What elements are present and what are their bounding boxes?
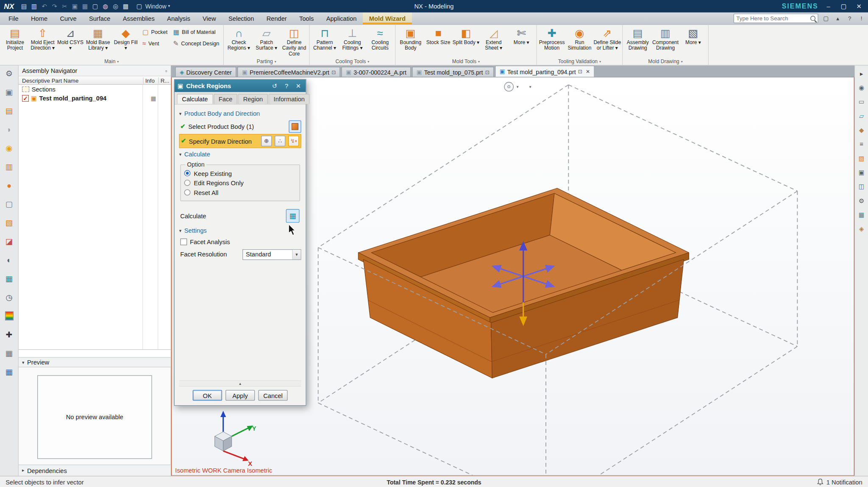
ribbon-tab-surface[interactable]: Surface [83,12,117,24]
command-finder-icon[interactable]: ◎ [111,3,120,10]
ribbon-tab-curve[interactable]: Curve [54,12,83,24]
notification-bell-icon[interactable]: ◉ [2,142,16,154]
navigator-tree[interactable]: Sections ✓ ▣ Test mold_parting_094 ▦ [19,85,171,349]
ribbon-button-mold-csys[interactable]: ⊿Mold CSYS ▾ [56,25,84,51]
machine-tool-icon[interactable]: ▤ [2,105,16,117]
copy-icon[interactable]: ▣ [71,3,79,10]
group-label-tooling-validation[interactable]: Tooling Validation▾ [538,58,621,65]
ribbon-button-define-cavity-and-core[interactable]: ◫Define Cavity and Core [280,25,308,56]
help-icon[interactable]: ? [846,14,854,22]
ribbon-button-more[interactable]: ✄More ▾ [507,25,535,45]
layers-icon[interactable]: ≡ [857,139,867,148]
minimize-ribbon-icon[interactable]: ▴ [834,14,842,22]
skeleton-icon[interactable]: ✚ [2,328,16,341]
color-bar-icon[interactable] [5,312,13,320]
dialog-close-icon[interactable]: ✕ [294,82,303,89]
ribbon-tab-application[interactable]: Application [320,12,363,24]
ribbon-button-initialize-project[interactable]: ▤Initialize Project [1,25,29,51]
ribbon-tab-analysis[interactable]: Analysis [161,12,196,24]
navigator-column-headers[interactable]: Descriptive Part Name Info R... [19,76,171,85]
dialog-reset-icon[interactable]: ↺ [270,82,279,89]
search-input[interactable] [736,15,810,22]
ribbon-tab-tools[interactable]: Tools [293,12,320,24]
doc-tab-test-mold-parting-094-prt[interactable]: ▣Test mold_parting_094.prt⊡✕ [495,66,595,77]
cancel-button[interactable]: Cancel [258,390,288,401]
specify-draw-direction-row[interactable]: ✔ Specify Draw Direction ⊕ ∴ ↯▾ [179,134,301,148]
minimize-button[interactable]: – [823,3,834,10]
reference-set-icon[interactable]: ▦ [150,95,156,102]
microphone-icon[interactable]: ◍ [101,3,110,10]
settings-gear-icon[interactable]: ⚙ [857,196,867,205]
ribbon-tab-file[interactable]: File [2,12,25,24]
facet-resolution-select[interactable]: Standard ▾ [242,249,301,259]
ribbon-button-check-regions[interactable]: ∩Check Regions ▾ [225,25,253,51]
radio-keep-existing[interactable]: Keep Existing [184,168,296,178]
chevron-down-icon[interactable]: ▾ [529,84,531,89]
restore-button[interactable]: ▢ [839,3,849,10]
ribbon-button-bounding-body[interactable]: ▣Bounding Body [397,25,424,51]
ribbon-button-cooling-fittings[interactable]: ⊥Cooling Fittings ▾ [339,25,366,51]
graphics-window[interactable]: ▾ ▾ Y X [171,78,854,476]
alerts-icon[interactable]: ! [857,14,866,22]
doc-tab-3-007-000224-a-prt[interactable]: ▣3-007-000224_A.prt [342,67,411,77]
section-calculate[interactable]: ▾ Calculate [179,149,301,160]
ribbon-button-concept-design[interactable]: ✎Concept Design [172,39,221,48]
undo-icon[interactable]: ↶ [40,3,49,10]
ribbon-button-component-drawing[interactable]: ▥Component Drawing [651,25,679,51]
ribbon-button-more[interactable]: ▧More ▾ [679,25,707,45]
dependencies-section-header[interactable]: ▸ Dependencies [19,465,171,476]
doc-tab-premierecoffeemachinev2-prt[interactable]: ▣PremiereCoffeeMachineV2.prt⊡ [237,67,340,77]
sketch-surface-icon[interactable]: ▱ [857,111,867,120]
select-body-button[interactable] [289,120,301,132]
close-tab-icon[interactable]: ✕ [586,69,590,74]
ribbon-button-design-fill[interactable]: ◆Design Fill ▾ [112,25,139,51]
orient-view-icon[interactable]: ◈ [857,224,867,233]
group-label-mold-tools[interactable]: Mold Tools▾ [397,58,535,65]
pin-icon[interactable]: ⊡ [331,69,336,75]
ribbon-tab-render[interactable]: Render [260,12,293,24]
ribbon-tab-mold-wizard[interactable]: Mold Wizard [363,12,412,24]
dialog-tab-information[interactable]: Information [269,94,310,104]
box-tool-icon[interactable]: ▥ [2,161,16,173]
new-window-icon[interactable]: ▢ [91,3,100,10]
radio-button[interactable] [184,170,191,176]
ribbon-button-patch-surface[interactable]: ▱Patch Surface ▾ [253,25,280,51]
image-frame-icon[interactable]: ▢ [2,198,16,210]
column-info[interactable]: Info [143,77,158,83]
group-label-cooling-tools[interactable]: Cooling Tools▾ [311,58,394,65]
doc-tab-discovery-center[interactable]: ◈Discovery Center [175,67,236,77]
contrast-icon[interactable]: ◐ [2,254,16,266]
search-icon[interactable] [810,16,815,21]
pin-icon[interactable]: ⊡ [578,69,582,74]
dialog-titlebar[interactable]: ▣ Check Regions ↺ ? ✕ [175,80,306,92]
ribbon-button-split-body[interactable]: ◧Split Body ▾ [452,25,480,45]
dialog-tab-calculate[interactable]: Calculate [177,94,213,104]
screen-capture-icon[interactable]: ▩ [122,3,130,10]
dialog-tab-face[interactable]: Face [214,94,238,104]
swatches-icon[interactable]: ▧ [857,154,867,163]
material-sphere-icon[interactable]: ● [2,179,16,192]
ribbon-tab-selection[interactable]: Selection [222,12,260,24]
radio-button[interactable] [184,180,191,186]
column-descriptive-part-name[interactable]: Descriptive Part Name [19,77,143,83]
panel-splitter[interactable] [19,349,171,357]
paint-tool-icon[interactable]: ◪ [2,235,16,248]
view-cube-icon[interactable]: ▣ [857,168,867,177]
select-filter-icon[interactable]: ▸ [857,69,867,78]
part-navigator-icon[interactable]: ▣ [2,86,16,98]
ribbon-button-pocket[interactable]: ▢Pocket [141,27,169,37]
display-icon[interactable]: ▦ [857,210,867,219]
facet-analysis-checkbox[interactable] [180,239,187,245]
ribbon-button-preprocess-motion[interactable]: ✚Preprocess Motion [538,25,565,51]
shell-tool-icon[interactable]: ◗ [2,123,16,136]
dialog-help-icon[interactable]: ? [282,83,291,89]
redo-icon[interactable]: ↷ [50,3,59,10]
measure-icon[interactable]: ◫ [857,182,867,191]
calculate-button[interactable]: ▦ [286,209,300,223]
grid-edit-icon[interactable]: ▦ [2,347,16,359]
dialog-collapse-strip[interactable]: ▴ [179,380,301,387]
ribbon-button-bill-of-material[interactable]: ▦Bill of Material [172,27,221,37]
close-button[interactable]: ✕ [854,3,864,10]
cut-icon[interactable]: ✂ [61,3,69,10]
doc-tab-test-mold-top-075-prt[interactable]: ▣Test mold_top_075.prt⊡ [412,67,494,77]
